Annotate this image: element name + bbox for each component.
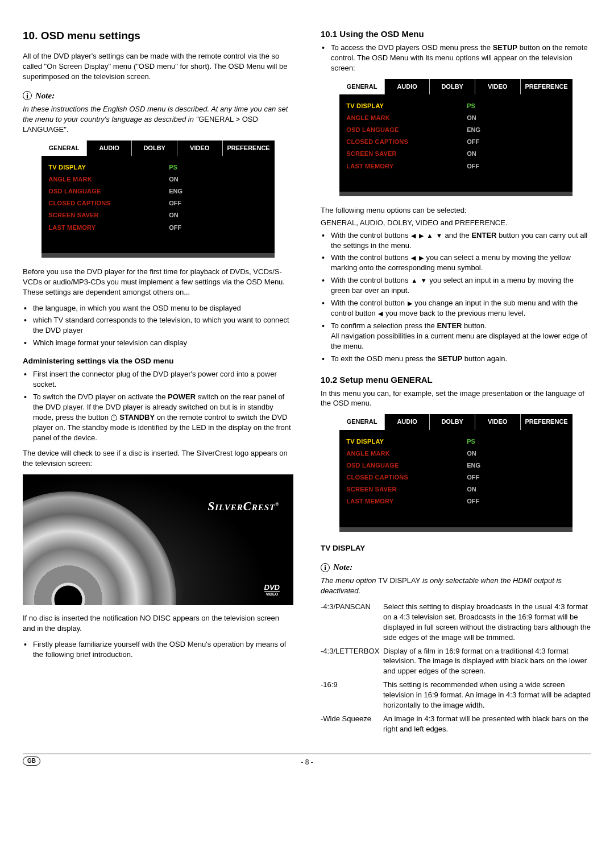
silvercrest-logo: SilverCrest® bbox=[208, 498, 280, 515]
osd-tab-general: GENERAL bbox=[339, 79, 385, 94]
def-desc: Display of a film in 16:9 format on a tr… bbox=[383, 646, 591, 677]
list-item: With the control button ▶ you change an … bbox=[331, 298, 591, 319]
list-item: To switch the DVD player on activate the… bbox=[33, 392, 293, 443]
note-block: i Note: bbox=[321, 561, 591, 573]
def-row: -4:3/LETTERBOX Display of a film in 16:9… bbox=[321, 646, 591, 677]
def-desc: This setting is recommended when using a… bbox=[383, 680, 591, 710]
section-heading: 10. OSD menu settings bbox=[23, 28, 293, 43]
tvdisplay-definitions: -4:3/PANSCAN Select this setting to disp… bbox=[321, 602, 591, 734]
s101-intro-list: To access the DVD players OSD menu press… bbox=[321, 43, 591, 73]
def-term: -4:3/PANSCAN bbox=[321, 602, 383, 643]
osd-tab-audio: AUDIO bbox=[87, 140, 132, 156]
list-item: With the control buttons ◀ ▶ ▲ ▼ and the… bbox=[331, 230, 591, 251]
osd-menu-figure: GENERAL AUDIO DOLBY VIDEO PREFERENCE TV … bbox=[339, 414, 572, 531]
arrow-down-icon: ▼ bbox=[420, 276, 428, 285]
arrow-left-icon: ◀ bbox=[410, 232, 416, 240]
osd-tab-video: VIDEO bbox=[177, 140, 223, 156]
osd-body: TV DISPLAYPS ANGLE MARKON OSD LANGUAGEEN… bbox=[42, 156, 274, 253]
def-term: -Wide Squeeze bbox=[321, 714, 383, 734]
list-item: To access the DVD players OSD menu press… bbox=[331, 43, 591, 73]
admin-heading: Administering settings via the OSD menu bbox=[23, 356, 293, 367]
osd-tab-video: VIDEO bbox=[475, 414, 521, 429]
def-term: -4:3/LETTERBOX bbox=[321, 646, 383, 677]
osd-tab-dolby: DOLBY bbox=[430, 414, 475, 429]
arrow-right-icon: ▶ bbox=[407, 299, 413, 308]
osd-tab-audio: AUDIO bbox=[385, 79, 430, 94]
note-label: Note: bbox=[35, 90, 55, 102]
s102-heading: 10.2 Setup menu GENERAL bbox=[321, 374, 591, 386]
arrow-left-icon: ◀ bbox=[377, 309, 383, 318]
dvd-badge: DVD VIDEO bbox=[264, 584, 280, 596]
osd-tab-dolby: DOLBY bbox=[132, 140, 177, 156]
s102-intro: In this menu you can, for example, set t… bbox=[321, 388, 591, 409]
familiarize-list: Firstly please familiarize yourself with… bbox=[23, 639, 293, 660]
page-number: - 8 - bbox=[301, 758, 313, 767]
following-options-list: GENERAL, AUDIO, DOLBY, VIDEO and PREFERE… bbox=[321, 218, 591, 228]
arrow-down-icon: ▼ bbox=[435, 232, 443, 240]
list-item: First insert the connector plug of the D… bbox=[33, 369, 293, 390]
osd-tabs: GENERAL AUDIO DOLBY VIDEO PREFERENCE bbox=[339, 79, 572, 94]
osd-tab-preference: PREFERENCE bbox=[521, 79, 572, 94]
list-item: To exit the OSD menu press the SETUP but… bbox=[331, 354, 591, 364]
def-desc: Select this setting to display broadcast… bbox=[383, 602, 591, 643]
disc-graphic bbox=[23, 474, 193, 605]
osd-tab-audio: AUDIO bbox=[385, 414, 430, 429]
before-use-paragraph: Before you use the DVD player for the fi… bbox=[23, 267, 293, 297]
osd-menu-figure: GENERAL AUDIO DOLBY VIDEO PREFERENCE TV … bbox=[339, 79, 572, 196]
osd-body: TV DISPLAYPS ANGLE MARKON OSD LANGUAGEEN… bbox=[339, 430, 572, 527]
gb-badge: GB bbox=[23, 757, 40, 766]
list-item: Which image format your television can d… bbox=[33, 338, 293, 348]
list-item: To confirm a selection press the ENTER b… bbox=[331, 321, 591, 352]
def-row: -Wide Squeeze An image in 4:3 format wil… bbox=[321, 714, 591, 734]
note-text: In these instructions the English OSD me… bbox=[23, 104, 293, 135]
list-item: With the control buttons ▲ ▼ you select … bbox=[331, 275, 591, 296]
list-item: which TV standard corresponds to the tel… bbox=[33, 315, 293, 336]
nodisc-paragraph: If no disc is inserted the notification … bbox=[23, 613, 293, 634]
list-item: With the control buttons ◀ ▶ you can sel… bbox=[331, 253, 591, 273]
arrow-right-icon: ▶ bbox=[418, 254, 424, 262]
tvdisplay-heading: TV DISPLAY bbox=[321, 543, 591, 554]
page-footer: GB - 8 - bbox=[23, 754, 591, 767]
def-row: -16:9 This setting is recommended when u… bbox=[321, 680, 591, 710]
def-desc: An image in 4:3 format will be presented… bbox=[383, 714, 591, 734]
def-row: -4:3/PANSCAN Select this setting to disp… bbox=[321, 602, 591, 643]
device-check-paragraph: The device will check to see if a disc i… bbox=[23, 448, 293, 469]
osd-tab-general: GENERAL bbox=[339, 414, 385, 429]
intro-paragraph: All of the DVD player's settings can be … bbox=[23, 51, 293, 82]
osd-tab-preference: PREFERENCE bbox=[521, 414, 572, 429]
note-label: Note: bbox=[333, 561, 352, 573]
osd-menu-figure: GENERAL AUDIO DOLBY VIDEO PREFERENCE TV … bbox=[42, 140, 274, 258]
arrow-left-icon: ◀ bbox=[410, 254, 416, 262]
osd-tabs: GENERAL AUDIO DOLBY VIDEO PREFERENCE bbox=[42, 140, 274, 156]
s101-heading: 10.1 Using the OSD Menu bbox=[321, 28, 591, 40]
navigation-list: With the control buttons ◀ ▶ ▲ ▼ and the… bbox=[321, 230, 591, 364]
following-options: The following menu options can be select… bbox=[321, 205, 591, 216]
osd-tab-general: GENERAL bbox=[42, 140, 87, 156]
def-term: -16:9 bbox=[321, 680, 383, 710]
note-block: i Note: bbox=[23, 90, 293, 102]
osd-body: TV DISPLAYPS ANGLE MARKON OSD LANGUAGEEN… bbox=[339, 94, 572, 192]
before-use-list: the language, in which you want the OSD … bbox=[23, 303, 293, 349]
splash-figure: SilverCrest® DVD VIDEO bbox=[23, 474, 293, 605]
osd-tab-video: VIDEO bbox=[475, 79, 521, 94]
admin-list: First insert the connector plug of the D… bbox=[23, 369, 293, 443]
list-item: the language, in which you want the OSD … bbox=[33, 303, 293, 313]
list-item: Firstly please familiarize yourself with… bbox=[33, 639, 293, 660]
arrow-up-icon: ▲ bbox=[410, 276, 418, 285]
osd-tab-preference: PREFERENCE bbox=[223, 140, 275, 156]
info-icon: i bbox=[321, 563, 330, 572]
power-icon bbox=[111, 415, 117, 421]
arrow-right-icon: ▶ bbox=[418, 232, 424, 240]
osd-tabs: GENERAL AUDIO DOLBY VIDEO PREFERENCE bbox=[339, 414, 572, 429]
info-icon: i bbox=[23, 91, 32, 100]
arrow-up-icon: ▲ bbox=[426, 232, 433, 240]
osd-tab-dolby: DOLBY bbox=[430, 79, 475, 94]
note-text: The menu option TV DISPLAY is only selec… bbox=[321, 576, 591, 596]
